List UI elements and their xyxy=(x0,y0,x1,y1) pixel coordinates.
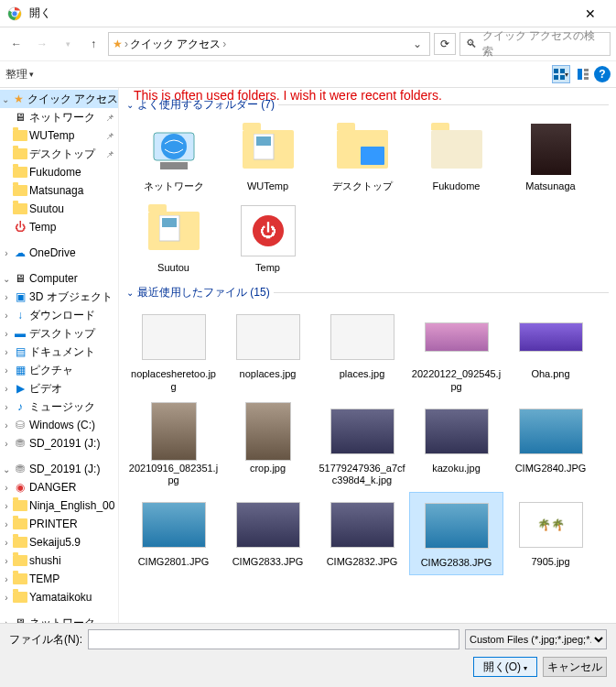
folder-item[interactable]: デスクトップ xyxy=(315,116,409,198)
group-recent-files[interactable]: ⌄ 最近使用したファイル (15) xyxy=(126,285,609,300)
sidebar-onedrive[interactable]: ›☁OneDrive xyxy=(0,244,118,262)
sidebar-item[interactable]: Matsunaga xyxy=(0,181,118,200)
sidebar-item[interactable]: ›Yamataikoku xyxy=(0,588,118,606)
file-item[interactable]: kazoku.jpg xyxy=(409,398,503,492)
sidebar-item[interactable]: Suutou xyxy=(0,200,118,218)
file-item[interactable]: places.jpg xyxy=(315,304,409,398)
forward-button[interactable]: → xyxy=(31,33,53,55)
sidebar-item[interactable]: WUTemp📌︎ xyxy=(0,126,118,145)
chevron-down-icon: ▾ xyxy=(29,70,34,79)
annotation-text: This is often used folders. I wish it we… xyxy=(134,88,442,103)
folders-grid: ネットワーク WUTemp デスクトップ Fukudome Matsunaga … xyxy=(126,116,609,279)
cancel-button[interactable]: キャンセル xyxy=(543,657,607,677)
file-filter-select[interactable]: Custom Files (*.jpg;*.jpeg;*.png xyxy=(465,629,607,649)
breadcrumb-item[interactable]: クイック アクセス xyxy=(130,37,221,52)
sidebar-item[interactable]: ›PRINTER xyxy=(0,515,118,533)
sidebar-item[interactable]: ›▤ドキュメント xyxy=(0,343,118,361)
file-item[interactable]: 20210916_082351.jpg xyxy=(126,398,221,492)
sidebar-item[interactable]: ›↓ダウンロード xyxy=(0,306,118,324)
sidebar-computer[interactable]: ⌄🖥︎Computer xyxy=(0,269,118,288)
file-pane[interactable]: ⌄ よく使用するフォルダー (7) This is often used fol… xyxy=(119,88,616,623)
svg-rect-17 xyxy=(162,218,177,227)
open-button[interactable]: 開く(O) ▾ xyxy=(473,657,537,677)
svg-point-2 xyxy=(12,10,17,16)
folder-item[interactable]: Fukudome xyxy=(409,116,503,198)
close-button[interactable]: ✕ xyxy=(572,6,609,21)
up-button[interactable]: ↑ xyxy=(82,33,104,55)
file-item[interactable]: CIMG2833.JPG xyxy=(221,492,315,575)
file-item[interactable]: noplacesheretoo.jpg xyxy=(126,304,221,398)
sidebar-item[interactable]: ›♪ミュージック xyxy=(0,398,118,416)
sidebar-network[interactable]: ›🖥︎ネットワーク xyxy=(0,614,118,623)
window-title: 開く xyxy=(29,5,572,21)
sidebar-item[interactable]: ›⛃SD_20191 (J:) xyxy=(0,434,118,453)
refresh-button[interactable]: ⟳ xyxy=(434,33,456,55)
filename-input[interactable] xyxy=(88,629,459,649)
sidebar-item[interactable]: ›⛁Windows (C:) xyxy=(0,416,118,434)
file-item[interactable]: 20220122_092545.jpg xyxy=(409,304,503,398)
toolbar: 整理 ▾ ▾ ? xyxy=(0,60,616,88)
collapse-icon: ⌄ xyxy=(126,100,134,110)
sidebar-item[interactable]: Fukudome xyxy=(0,163,118,181)
file-item[interactable]: CIMG2840.JPG xyxy=(503,398,598,492)
recent-dropdown[interactable]: ▾ xyxy=(57,33,79,55)
sidebar-item[interactable]: ›Ninja_English_00 xyxy=(0,496,118,515)
svg-rect-5 xyxy=(554,75,558,80)
quick-access-icon: ★ xyxy=(113,38,123,50)
footer: ファイル名(N): Custom Files (*.jpg;*.jpeg;*.p… xyxy=(0,623,616,687)
sidebar-item[interactable]: ›▬デスクトップ xyxy=(0,324,118,343)
svg-rect-9 xyxy=(584,73,589,76)
main-area: ⌄★クイック アクセス 🖥︎ネットワーク📌︎ WUTemp📌︎ デスクトップ📌︎… xyxy=(0,88,616,623)
search-placeholder: クイック アクセスの検索 xyxy=(482,28,604,60)
organize-button[interactable]: 整理 ▾ xyxy=(5,67,34,82)
breadcrumb-dropdown[interactable]: ⌄ xyxy=(409,38,426,50)
svg-rect-13 xyxy=(160,162,188,169)
file-item[interactable]: 51779247936_a7cfc398d4_k.jpg xyxy=(315,398,409,492)
file-item-selected[interactable]: CIMG2838.JPG xyxy=(409,492,503,575)
file-item[interactable]: noplaces.jpg xyxy=(221,304,315,398)
file-item[interactable]: crop.jpg xyxy=(221,398,315,492)
search-input[interactable]: 🔍︎ クイック アクセスの検索 xyxy=(459,32,611,56)
folder-item[interactable]: ⏻Temp xyxy=(221,198,315,279)
svg-point-12 xyxy=(161,134,187,159)
file-item[interactable]: CIMG2832.JPG xyxy=(315,492,409,575)
nav-row: ← → ▾ ↑ ★ › クイック アクセス › ⌄ ⟳ 🔍︎ クイック アクセス… xyxy=(0,27,616,60)
back-button[interactable]: ← xyxy=(5,33,27,55)
chrome-icon xyxy=(7,6,22,21)
sidebar-quick-access[interactable]: ⌄★クイック アクセス xyxy=(0,90,118,108)
sidebar-item[interactable]: ›▦ピクチャ xyxy=(0,361,118,379)
view-preview-button[interactable] xyxy=(574,65,592,83)
sidebar-item[interactable]: ›Sekaiju5.9 xyxy=(0,533,118,551)
file-item[interactable]: 🌴🌴7905.jpg xyxy=(503,492,598,575)
svg-rect-15 xyxy=(256,136,271,146)
sidebar-item[interactable]: ›TEMP xyxy=(0,570,118,588)
filename-label: ファイル名(N): xyxy=(9,632,82,648)
view-thumbnails-button[interactable]: ▾ xyxy=(552,65,570,83)
folder-item[interactable]: ネットワーク xyxy=(126,116,221,198)
sidebar-drive-j[interactable]: ⌄⛃SD_20191 (J:) xyxy=(0,460,118,478)
sidebar-item[interactable]: ›◉DANGER xyxy=(0,478,118,496)
file-item[interactable]: Oha.png xyxy=(503,304,598,398)
svg-rect-10 xyxy=(584,77,589,80)
sidebar-item[interactable]: デスクトップ📌︎ xyxy=(0,145,118,163)
sidebar-item[interactable]: ⏻Temp xyxy=(0,218,118,236)
sidebar-item[interactable]: ›shushi xyxy=(0,551,118,570)
folder-item[interactable]: WUTemp xyxy=(221,116,315,198)
sidebar-item[interactable]: ›▶ビデオ xyxy=(0,379,118,398)
collapse-icon: ⌄ xyxy=(126,288,134,298)
folder-item[interactable]: Matsunaga xyxy=(503,116,598,198)
title-bar: 開く ✕ xyxy=(0,0,616,27)
files-grid: noplacesheretoo.jpg noplaces.jpg places.… xyxy=(126,304,609,575)
svg-rect-7 xyxy=(578,69,582,80)
svg-rect-3 xyxy=(554,69,558,73)
folder-item[interactable]: Suutou xyxy=(126,198,221,279)
svg-rect-8 xyxy=(584,69,589,71)
sidebar: ⌄★クイック アクセス 🖥︎ネットワーク📌︎ WUTemp📌︎ デスクトップ📌︎… xyxy=(0,88,119,623)
breadcrumb-sep: › xyxy=(222,38,226,50)
file-item[interactable]: CIMG2801.JPG xyxy=(126,492,221,575)
help-button[interactable]: ? xyxy=(594,66,611,82)
breadcrumb-sep: › xyxy=(124,38,128,50)
sidebar-item[interactable]: ›▣3D オブジェクト xyxy=(0,288,118,306)
sidebar-item[interactable]: 🖥︎ネットワーク📌︎ xyxy=(0,108,118,126)
breadcrumb[interactable]: ★ › クイック アクセス › ⌄ xyxy=(108,32,430,56)
